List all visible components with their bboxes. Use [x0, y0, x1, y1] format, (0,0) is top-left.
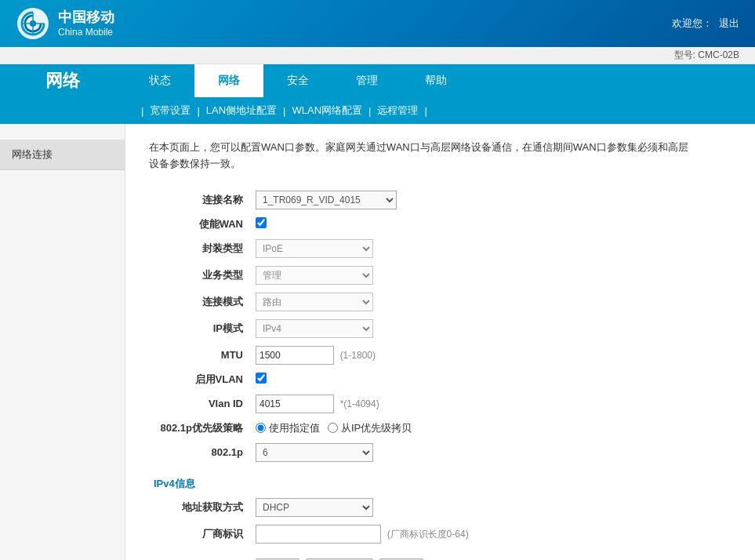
row-connection-name: 连接名称 1_TR069_R_VID_4015	[149, 187, 713, 213]
enable-vlan-checkbox[interactable]	[256, 373, 267, 384]
label-addr-method: 地址获取方式	[149, 494, 251, 521]
value-dot1p: 6	[251, 439, 713, 466]
label-dot1p: 802.1p	[149, 439, 251, 466]
row-ipv4-info: IPv4信息	[149, 466, 713, 494]
sub-tab-remote[interactable]: 远程管理	[371, 102, 424, 119]
connection-name-select[interactable]: 1_TR069_R_VID_4015	[256, 191, 397, 209]
value-ip-mode: IPv4	[251, 315, 713, 342]
row-connection-mode: 连接模式 路由	[149, 289, 713, 315]
brand-cn: 中国移动	[58, 9, 114, 27]
brand-text: 中国移动 China Mobile	[58, 9, 114, 38]
sub-tab-lan[interactable]: LAN侧地址配置	[200, 102, 283, 119]
row-dot1p-policy: 802.1p优先级策略 使用指定值 从IP优先级拷贝	[149, 417, 713, 439]
row-service-type: 业务类型 管理	[149, 262, 713, 289]
page-description: 在本页面上，您可以配置WAN口参数。家庭网关通过WAN口与高层网络设备通信，在通…	[149, 140, 698, 173]
model-bar: 型号: CMC-02B	[0, 47, 755, 64]
mtu-hint: (1-1800)	[340, 350, 376, 361]
tab-management[interactable]: 管理	[332, 64, 401, 97]
row-mtu: MTU (1-1800)	[149, 342, 713, 369]
sidebar-item-network-connection[interactable]: 网络连接	[0, 140, 125, 170]
label-vlan-id: Vlan ID	[149, 391, 251, 417]
sub-tab-broadband[interactable]: 宽带设置	[143, 102, 197, 119]
value-dot1p-policy: 使用指定值 从IP优先级拷贝	[251, 417, 713, 439]
form-table: 连接名称 1_TR069_R_VID_4015 使能WAN 封装类型	[149, 187, 713, 547]
tab-help[interactable]: 帮助	[401, 64, 470, 97]
tab-network[interactable]: 网络	[194, 64, 263, 97]
value-connection-mode: 路由	[251, 289, 713, 315]
value-enable-vlan	[251, 369, 713, 391]
ipv4-info-label: IPv4信息	[154, 472, 709, 493]
value-addr-method: DHCP	[251, 494, 713, 521]
dot1p-radio2[interactable]	[328, 423, 338, 433]
value-vendor-id: (厂商标识长度0-64)	[251, 521, 713, 547]
value-connection-name: 1_TR069_R_VID_4015	[251, 187, 713, 213]
value-encap-type: IPoE	[251, 235, 713, 262]
addr-method-select[interactable]: DHCP	[256, 498, 373, 517]
sub-tab-wlan[interactable]: WLAN网络配置	[285, 102, 368, 119]
layout: 网络连接 在本页面上，您可以配置WAN口参数。家庭网关通过WAN口与高层网络设备…	[0, 124, 755, 560]
vlan-id-input[interactable]	[256, 395, 334, 413]
label-mtu: MTU	[149, 342, 251, 369]
label-dot1p-policy: 802.1p优先级策略	[149, 417, 251, 439]
label-enable-wan: 使能WAN	[149, 213, 251, 235]
value-enable-wan	[251, 213, 713, 235]
vlan-id-hint: *(1-4094)	[340, 398, 379, 409]
row-encap-type: 封装类型 IPoE	[149, 235, 713, 262]
tab-security[interactable]: 安全	[263, 64, 332, 97]
dot1p-radio1-text: 使用指定值	[269, 421, 320, 435]
dot1p-radio2-label[interactable]: 从IP优先级拷贝	[328, 421, 412, 435]
vendor-id-hint: (厂商标识长度0-64)	[387, 529, 469, 540]
sidebar: 网络连接	[0, 124, 125, 560]
row-enable-wan: 使能WAN	[149, 213, 713, 235]
page-title-area: 网络	[0, 64, 125, 97]
row-vlan-id: Vlan ID *(1-4094)	[149, 391, 713, 417]
main-tabs-row: 网络 状态 网络 安全 管理 帮助	[0, 64, 755, 97]
service-type-select[interactable]: 管理	[256, 266, 373, 285]
label-vendor-id: 厂商标识	[149, 521, 251, 547]
encap-type-select[interactable]: IPoE	[256, 239, 373, 258]
value-vlan-id: *(1-4094)	[251, 391, 713, 417]
tab-status[interactable]: 状态	[125, 64, 194, 97]
row-enable-vlan: 启用VLAN	[149, 369, 713, 391]
enable-wan-checkbox[interactable]	[256, 217, 267, 228]
label-ip-mode: IP模式	[149, 315, 251, 342]
label-connection-mode: 连接模式	[149, 289, 251, 315]
logo-area: 中国移动 China Mobile	[16, 6, 114, 41]
row-dot1p: 802.1p 6	[149, 439, 713, 466]
row-vendor-id: 厂商标识 (厂商标识长度0-64)	[149, 521, 713, 547]
mtu-input[interactable]	[256, 346, 334, 365]
header: 中国移动 China Mobile 欢迎您： 退出	[0, 0, 755, 47]
header-right: 欢迎您： 退出	[672, 16, 739, 31]
sub-tabs: | 宽带设置 | LAN侧地址配置 | WLAN网络配置 | 远程管理 |	[0, 97, 755, 124]
logo-icon	[16, 6, 50, 41]
welcome-text: 欢迎您：	[672, 16, 713, 31]
vendor-id-input[interactable]	[256, 525, 381, 544]
page-title: 网络	[45, 69, 80, 93]
value-service-type: 管理	[251, 262, 713, 289]
dot1p-radio1-label[interactable]: 使用指定值	[256, 421, 320, 435]
main-content: 在本页面上，您可以配置WAN口参数。家庭网关通过WAN口与高层网络设备通信，在通…	[125, 124, 755, 560]
logout-link[interactable]: 退出	[719, 16, 739, 31]
connection-mode-select[interactable]: 路由	[256, 293, 373, 311]
model-number: 型号: CMC-02B	[674, 49, 739, 60]
main-tabs: 状态 网络 安全 管理 帮助	[125, 64, 755, 97]
label-service-type: 业务类型	[149, 262, 251, 289]
brand-en: China Mobile	[58, 27, 114, 38]
row-ip-mode: IP模式 IPv4	[149, 315, 713, 342]
label-connection-name: 连接名称	[149, 187, 251, 213]
dot1p-select[interactable]: 6	[256, 443, 373, 462]
ip-mode-select[interactable]: IPv4	[256, 319, 373, 338]
dot1p-radio1[interactable]	[256, 423, 266, 433]
row-addr-method: 地址获取方式 DHCP	[149, 494, 713, 521]
dot1p-radio-group: 使用指定值 从IP优先级拷贝	[256, 421, 709, 435]
label-enable-vlan: 启用VLAN	[149, 369, 251, 391]
label-encap-type: 封装类型	[149, 235, 251, 262]
value-mtu: (1-1800)	[251, 342, 713, 369]
dot1p-radio2-text: 从IP优先级拷贝	[341, 421, 412, 435]
